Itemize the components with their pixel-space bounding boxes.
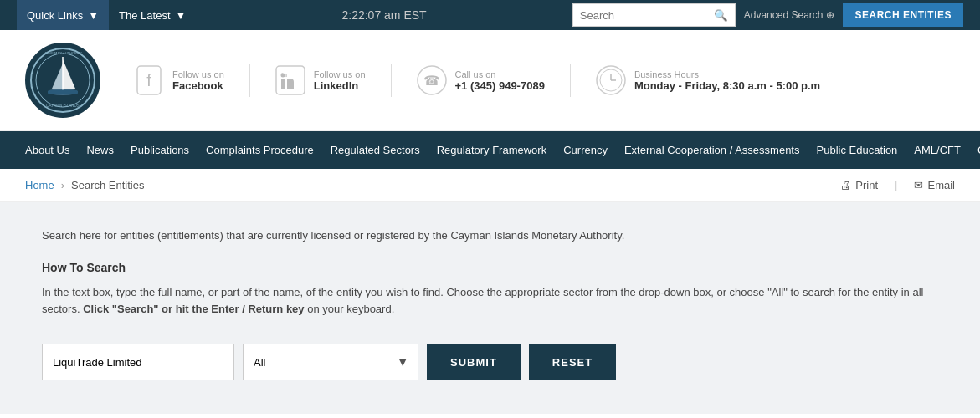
submit-button[interactable]: SUBMIT [427,344,521,380]
nav-item-external-cooperation[interactable]: External Cooperation / Assessments [616,131,808,169]
entity-name-input[interactable] [42,344,234,380]
print-action[interactable]: 🖨 Print [840,179,878,191]
sector-select-wrapper: All Banking Insurance Investments Fiduci… [243,344,418,380]
time-value: 2:22:07 am EST [341,8,426,22]
submit-label: SUBMIT [450,356,497,369]
search-entities-button[interactable]: SEARCH ENTITIES [843,3,963,27]
nav-item-about-us[interactable]: About Us [17,131,78,169]
phone-number: +1 (345) 949-7089 [455,79,545,92]
reset-button[interactable]: RESET [529,344,616,380]
top-bar: Quick Links ▼ The Latest ▼ 2:22:07 am ES… [0,0,980,30]
quick-links-button[interactable]: Quick Links ▼ [17,0,109,30]
advanced-search-plus-icon: ⊕ [826,9,834,21]
print-label: Print [855,179,878,191]
main-content: Search here for entities (entitlements) … [0,202,980,414]
search-box: 🔍 [572,3,736,27]
svg-text:f: f [146,71,151,89]
svg-rect-13 [281,79,285,89]
clock-display: 2:22:07 am EST [196,8,572,22]
email-label: Email [927,179,955,191]
quick-links-dropdown-icon: ▼ [88,9,99,22]
reset-label: RESET [552,356,593,369]
main-nav: About Us News Publications Complaints Pr… [0,131,980,169]
nav-item-regulated-sectors[interactable]: Regulated Sectors [322,131,428,169]
facebook-value: Facebook [172,79,224,92]
facebook-follow-label: Follow us on [172,69,224,79]
facebook-link[interactable]: f Follow us on Facebook [134,65,224,95]
nav-item-complaints-procedure[interactable]: Complaints Procedure [198,131,322,169]
nav-item-careers[interactable]: Careers [969,131,980,169]
site-header: CAYMAN ISLANDS MONETARY AUTHORITY f Foll… [0,30,980,131]
business-hours-value: Monday - Friday, 8:30 a.m - 5:00 p.m [634,79,820,92]
facebook-text: Follow us on Facebook [172,69,224,92]
actions-divider: | [895,179,897,191]
phone-icon: ☎ [417,65,447,95]
breadcrumb-current: Search Entities [71,179,144,191]
search-icon: 🔍 [714,9,728,22]
breadcrumb-bar: Home › Search Entities 🖨 Print | ✉ Email [0,169,980,202]
logo-svg: CAYMAN ISLANDS MONETARY AUTHORITY [29,47,96,114]
business-hours-text: Business Hours Monday - Friday, 8:30 a.m… [634,69,820,92]
linkedin-link[interactable]: in Follow us on LinkedIn [275,65,366,95]
logo-area: CAYMAN ISLANDS MONETARY AUTHORITY [25,43,100,118]
nav-item-regulatory-framework[interactable]: Regulatory Framework [428,131,556,169]
sector-select[interactable]: All Banking Insurance Investments Fiduci… [243,344,418,380]
the-latest-button[interactable]: The Latest ▼ [109,0,196,30]
linkedin-icon: in [275,65,305,95]
divider-2 [391,64,392,97]
breadcrumb-home[interactable]: Home [25,179,54,191]
page-description: Search here for entities (entitlements) … [42,227,938,244]
clock-icon [596,65,626,95]
social-links: f Follow us on Facebook in [134,64,820,97]
print-icon: 🖨 [840,179,851,191]
linkedin-text: Follow us on LinkedIn [314,69,366,92]
how-to-search-heading: How To Search [42,261,938,274]
linkedin-value: LinkedIn [314,79,366,92]
quick-links-label: Quick Links [27,9,83,22]
breadcrumb: Home › Search Entities [25,179,144,191]
breadcrumb-separator: › [61,179,64,191]
top-bar-left: Quick Links ▼ The Latest ▼ [17,0,196,30]
breadcrumb-actions: 🖨 Print | ✉ Email [840,179,955,191]
cima-logo: CAYMAN ISLANDS MONETARY AUTHORITY [25,43,100,118]
nav-item-aml-cft[interactable]: AML/CFT [906,131,969,169]
entity-search-form: All Banking Insurance Investments Fiduci… [42,344,938,380]
instructions-end: on your keyboard. [305,303,395,315]
search-button[interactable]: 🔍 [707,4,735,26]
svg-point-15 [280,74,285,78]
the-latest-label: The Latest [119,9,170,22]
email-icon: ✉ [914,179,923,191]
divider-1 [249,64,250,97]
the-latest-dropdown-icon: ▼ [176,9,187,22]
phone-info: ☎ Call us on +1 (345) 949-7089 [417,65,545,95]
linkedin-follow-label: Follow us on [314,69,366,79]
divider-3 [570,64,571,97]
advanced-search-label: Advanced Search [744,9,824,21]
nav-item-currency[interactable]: Currency [555,131,616,169]
search-input[interactable] [573,4,707,26]
search-entities-label: SEARCH ENTITIES [854,9,952,21]
business-hours-info: Business Hours Monday - Friday, 8:30 a.m… [596,65,820,95]
svg-rect-6 [48,90,78,94]
instructions-text: In the text box, type the full name, or … [42,284,938,319]
facebook-icon: f [134,65,164,95]
business-hours-label: Business Hours [634,69,820,79]
svg-text:☎: ☎ [423,74,440,88]
svg-text:MONETARY AUTHORITY: MONETARY AUTHORITY [44,51,83,55]
call-us-label: Call us on [455,69,545,79]
nav-item-public-education[interactable]: Public Education [808,131,906,169]
advanced-search-link[interactable]: Advanced Search ⊕ [744,9,835,21]
nav-item-news[interactable]: News [78,131,122,169]
nav-item-publications[interactable]: Publications [122,131,198,169]
instructions-bold: Click "Search" or hit the Enter / Return… [83,303,304,315]
phone-text: Call us on +1 (345) 949-7089 [455,69,545,92]
email-action[interactable]: ✉ Email [914,179,955,191]
svg-text:CAYMAN ISLANDS: CAYMAN ISLANDS [46,104,79,108]
top-bar-right: 🔍 Advanced Search ⊕ SEARCH ENTITIES [572,3,963,27]
